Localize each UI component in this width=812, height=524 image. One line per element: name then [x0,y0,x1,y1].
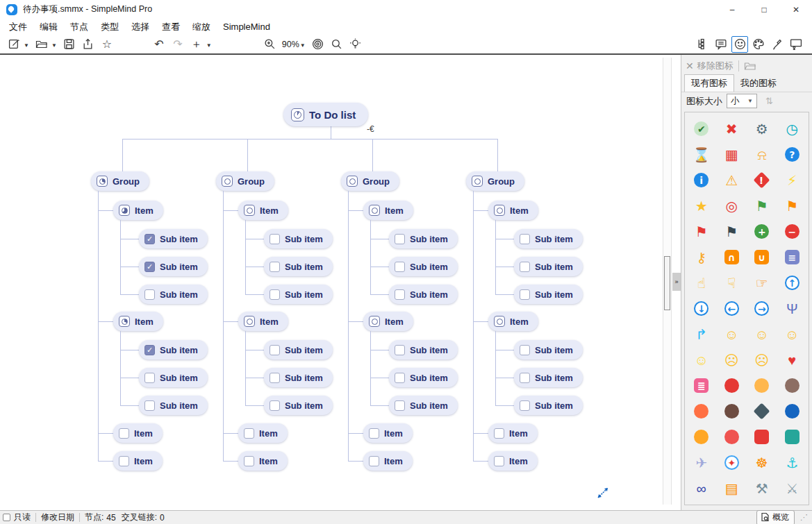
menu-item-7[interactable]: 缩放 [186,21,217,33]
car-icon[interactable] [747,424,777,450]
redo-button[interactable]: ↷ [169,36,186,53]
vertical-scrollbar[interactable] [663,58,672,505]
favorite-button[interactable]: ☆ [99,36,115,53]
unlock-icon[interactable]: ∪ [747,244,777,270]
merge-arrow-icon[interactable]: ↱ [686,321,717,347]
tab-my-icons[interactable]: 我的图标 [734,75,783,92]
icon-size-select[interactable]: 小▼ [727,94,757,108]
new-mindmap-button[interactable] [6,36,22,53]
mindmap-node-subitem[interactable]: ✓Sub item [514,285,583,304]
mindmap-node-subitem[interactable]: ✓Sub item [514,229,583,248]
zoom-in-icon[interactable] [262,36,279,53]
boy-face-icon[interactable] [747,373,777,398]
open-button[interactable] [33,36,50,53]
grinning-face-icon[interactable]: ☺ [717,321,747,347]
checkbox-checked-icon[interactable]: ✓ [144,345,155,355]
lightning-icon[interactable]: ⚡ [777,167,808,193]
panel-collapse-handle[interactable]: » [672,273,681,291]
checkbox-unchecked-icon[interactable]: ✓ [494,456,504,466]
mindmap-node-subitem[interactable]: ✓Sub item [139,340,208,360]
mindmap-node-subitem[interactable]: ✓Sub item [514,257,583,276]
arrow-left-icon[interactable]: ← [717,296,747,321]
checkbox-unchecked-icon[interactable]: ✓ [270,289,280,300]
menu-item-8[interactable]: SimpleMind [217,22,276,32]
mindmap-node-item[interactable]: ✓Item [113,423,163,443]
mindmap-node-subitem[interactable]: ✓Sub item [139,257,208,276]
mindmap-node-item[interactable]: Item [363,312,413,331]
mindmap-node-item[interactable]: Item [238,201,288,220]
mindmap-node-item[interactable]: Item [488,201,538,220]
mindmap-node-subitem[interactable]: ✓Sub item [389,396,458,415]
mindmap-node-item[interactable]: Item [238,312,288,331]
frowning-face-icon[interactable]: ☹ [717,347,747,373]
compass-icon[interactable]: ✦ [717,450,747,475]
mindmap-node-group[interactable]: Group [216,171,274,191]
mindmap-node-subitem[interactable]: ✓Sub item [389,257,458,276]
checkbox-unchecked-icon[interactable]: ✓ [270,373,280,383]
mindmap-node-subitem[interactable]: ✓Sub item [139,285,208,304]
trash-icon[interactable]: ≡ [777,244,808,270]
woman-red-hair-icon[interactable] [686,398,717,424]
flag-green-icon[interactable]: ⚑ [747,193,777,219]
construction-worker-icon[interactable] [717,424,747,450]
note-button[interactable] [713,36,729,53]
checkbox-unchecked-icon[interactable]: ✓ [369,428,379,439]
mindmap-node-subitem[interactable]: ✓Sub item [264,340,333,360]
checkbox-unchecked-icon[interactable]: ✓ [395,289,405,300]
mindmap-node-subitem[interactable]: ✓Sub item [264,257,333,276]
checkbox-unchecked-icon[interactable]: ✓ [395,262,405,272]
checkbox-checked-icon[interactable]: ✓ [144,262,155,272]
flag-orange-icon[interactable]: ⚑ [777,193,808,219]
handshake-icon[interactable]: ☞ [747,270,777,296]
balloon-icon[interactable] [717,373,747,398]
birthday-cake-icon[interactable]: ≣ [686,373,717,398]
format-brush-button[interactable] [769,36,786,53]
laughing-face-icon[interactable]: ☺ [747,321,777,347]
checkbox-unchecked-icon[interactable]: ✓ [270,234,280,244]
checkbox-unchecked-icon[interactable]: ✓ [270,400,280,411]
arrow-down-icon[interactable]: ↓ [686,296,717,321]
mindmap-node-subitem[interactable]: ✓Sub item [389,340,458,360]
mindmap-node-subitem[interactable]: ✓Sub item [389,368,458,387]
minus-icon[interactable]: − [777,219,808,244]
scrollbar-thumb[interactable] [664,256,670,310]
search-button[interactable] [329,36,345,53]
checkbox-unchecked-icon[interactable]: ✓ [520,262,530,272]
menu-item-2[interactable]: 编辑 [33,21,64,33]
info-icon[interactable]: i [686,167,717,193]
share-button[interactable] [80,36,97,53]
menu-item-3[interactable]: 节点 [64,21,94,33]
checkbox-unchecked-icon[interactable]: ✓ [520,400,530,411]
mindmap-node-subitem[interactable]: ✓Sub item [139,229,208,248]
boy-face-dark-icon[interactable] [777,373,808,398]
tab-stock-icons[interactable]: 现有图标 [684,74,734,92]
checkbox-unchecked-icon[interactable]: ✓ [395,345,405,355]
mindmap-node-subitem[interactable]: ✓Sub item [139,368,208,387]
mindmap-node-item[interactable]: ✓Item [363,423,413,443]
exclamation-icon[interactable]: ! [747,167,777,193]
sort-updown-icon[interactable]: ⇅ [765,96,773,106]
mindmap-node-subitem[interactable]: ✓Sub item [514,396,583,415]
lock-icon[interactable]: ∩ [717,244,747,270]
binoculars-icon[interactable]: ∞ [686,475,717,501]
readonly-checkbox[interactable] [3,514,10,521]
menu-item-1[interactable]: 文件 [3,21,33,33]
outline-view-button[interactable] [694,36,711,53]
calendar-icon[interactable]: ▦ [717,142,747,167]
save-button[interactable] [61,36,78,53]
man-in-suit-icon[interactable] [686,424,717,450]
mindmap-node-item[interactable]: Item [113,312,163,331]
mindmap-root-node[interactable]: To Do list [283,103,368,126]
checkbox-unchecked-icon[interactable]: ✓ [244,428,254,439]
cross-mark-icon[interactable]: ✖ [717,116,747,142]
checkbox-unchecked-icon[interactable]: ✓ [270,262,280,272]
zoom-level[interactable]: 90% [282,40,299,49]
mindmap-canvas[interactable]: To Do list-€GroupItem✓Sub item✓Sub item✓… [0,55,681,510]
style-palette-button[interactable] [750,36,767,53]
checkbox-unchecked-icon[interactable]: ✓ [494,428,504,439]
remove-icon-button[interactable]: 移除图标 [697,60,734,72]
open-caret-icon[interactable]: ▼ [51,42,57,49]
menu-item-6[interactable]: 查看 [156,21,186,33]
winking-face-icon[interactable]: ☺ [777,321,808,347]
checkbox-unchecked-icon[interactable]: ✓ [144,373,155,383]
